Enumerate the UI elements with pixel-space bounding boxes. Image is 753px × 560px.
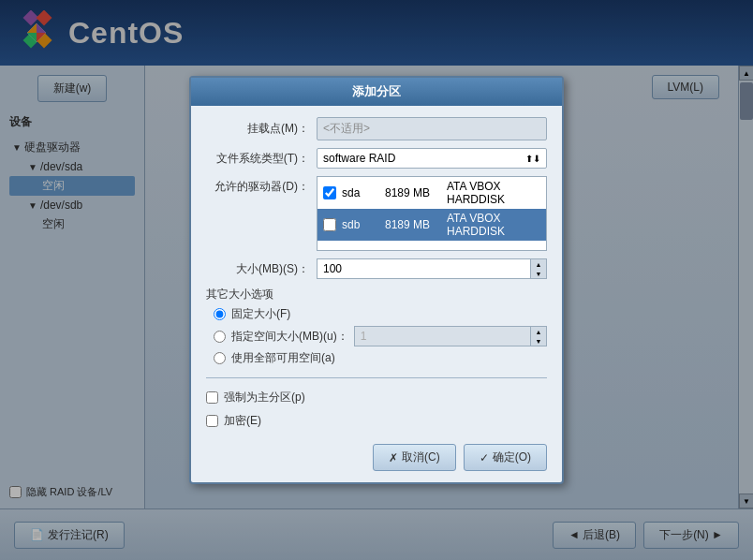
drive-sdb-model: ATA VBOX HARDDISK (447, 212, 540, 238)
radio-fixed[interactable] (214, 308, 226, 320)
dialog-overlay: 添加分区 挂载点(M)： <不适用> 文件系统类型(T)： software R… (0, 0, 753, 560)
radio-fixed-row: 固定大小(F) (206, 306, 547, 322)
force-primary-row: 强制为主分区(p) (206, 390, 547, 405)
size-row: 大小(MB)(S)： 100 ▲ ▼ (206, 258, 547, 279)
dialog-buttons: ✗ 取消(C) ✓ 确定(O) (206, 444, 547, 471)
drive-item-sdb[interactable]: sdb 8189 MB ATA VBOX HARDDISK (317, 209, 546, 241)
fs-type-select[interactable]: software RAID ⬆⬇ (317, 148, 547, 169)
drive-sdb-size: 8189 MB (385, 218, 441, 231)
dialog-body: 挂载点(M)： <不适用> 文件系统类型(T)： software RAID ⬆… (191, 106, 562, 482)
encrypt-label: 加密(E) (224, 413, 261, 429)
fs-type-row: 文件系统类型(T)： software RAID ⬆⬇ (206, 148, 547, 169)
size-label: 大小(MB)(S)： (206, 261, 309, 277)
drive-item-sda[interactable]: sda 8189 MB ATA VBOX HARDDISK (317, 177, 546, 209)
mount-point-input: <不适用> (317, 117, 547, 140)
radio-all[interactable] (214, 352, 226, 364)
radio-all-row: 使用全部可用空间(a) (206, 350, 547, 366)
drive-sda-size: 8189 MB (385, 186, 441, 199)
encrypt-checkbox[interactable] (206, 415, 218, 427)
add-partition-dialog: 添加分区 挂载点(M)： <不适用> 文件系统类型(T)： software R… (189, 76, 564, 484)
other-size-section: 其它大小选项 固定大小(F) 指定空间大小(MB)(u)： 1 ▲ (206, 287, 547, 366)
drive-sdb-checkbox[interactable] (323, 218, 336, 231)
radio-fill-row: 指定空间大小(MB)(u)： 1 ▲ ▼ (206, 326, 547, 346)
cancel-label: 取消(C) (402, 449, 440, 465)
drive-sda-model: ATA VBOX HARDDISK (447, 180, 540, 206)
ok-icon: ✓ (480, 451, 489, 464)
fill-size-input[interactable]: 1 (354, 326, 530, 346)
radio-all-label: 使用全部可用空间(a) (231, 350, 335, 366)
size-decrement-button[interactable]: ▼ (531, 269, 546, 278)
drive-sda-name: sda (342, 186, 379, 199)
size-spinner: ▲ ▼ (530, 258, 547, 279)
cancel-icon: ✗ (389, 451, 398, 464)
encrypt-row: 加密(E) (206, 413, 547, 429)
ok-button[interactable]: ✓ 确定(O) (464, 444, 547, 471)
mount-point-row: 挂载点(M)： <不适用> (206, 117, 547, 140)
allowed-drives-row: 允许的驱动器(D)： sda 8189 MB ATA VBOX HARDDISK (206, 176, 547, 251)
other-size-label: 其它大小选项 (206, 287, 273, 301)
fill-increment-button[interactable]: ▲ (531, 327, 546, 336)
fill-size-spinner: ▲ ▼ (530, 326, 547, 346)
size-input-wrapper: 100 ▲ ▼ (317, 258, 547, 279)
fs-type-arrow-icon: ⬆⬇ (525, 154, 540, 164)
cancel-button[interactable]: ✗ 取消(C) (373, 444, 456, 471)
fs-type-label: 文件系统类型(T)： (206, 151, 309, 167)
mount-point-label: 挂载点(M)： (206, 121, 309, 137)
radio-fill-label: 指定空间大小(MB)(u)： (231, 329, 348, 345)
drives-list-container: sda 8189 MB ATA VBOX HARDDISK sdb 8189 M… (317, 176, 547, 251)
force-primary-checkbox[interactable] (206, 391, 218, 404)
size-increment-button[interactable]: ▲ (531, 259, 546, 269)
mount-point-wrapper: <不适用> (317, 117, 547, 140)
dialog-title: 添加分区 (191, 78, 562, 106)
divider (206, 377, 547, 378)
radio-fill[interactable] (214, 331, 226, 343)
radio-fixed-label: 固定大小(F) (231, 306, 290, 322)
force-primary-label: 强制为主分区(p) (224, 390, 305, 405)
fill-decrement-button[interactable]: ▼ (531, 336, 546, 346)
drive-sda-checkbox[interactable] (323, 186, 336, 199)
fs-type-value: software RAID (323, 152, 395, 165)
drives-list: sda 8189 MB ATA VBOX HARDDISK sdb 8189 M… (317, 176, 547, 251)
fs-type-wrapper: software RAID ⬆⬇ (317, 148, 547, 169)
fill-size-wrapper: 1 ▲ ▼ (354, 326, 547, 346)
size-input[interactable]: 100 (317, 258, 530, 279)
allowed-drives-label: 允许的驱动器(D)： (206, 179, 309, 195)
ok-label: 确定(O) (493, 449, 531, 465)
drive-sdb-name: sdb (342, 218, 379, 231)
